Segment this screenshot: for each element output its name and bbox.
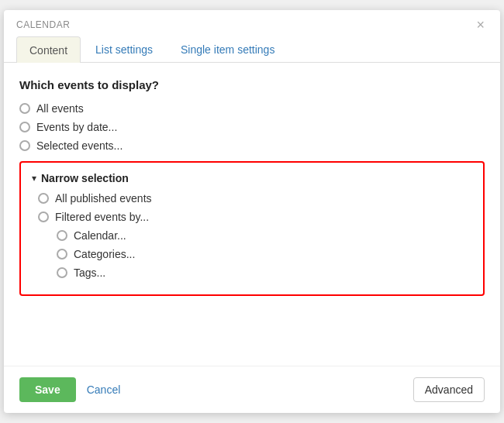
radio-label-events-by-date: Events by date... — [36, 121, 117, 133]
narrow-arrow-icon: ▾ — [32, 173, 36, 184]
radio-all-events[interactable]: All events — [19, 102, 485, 115]
radio-icon-tags — [57, 267, 67, 278]
radio-label-all-events: All events — [36, 102, 84, 115]
close-button[interactable]: × — [473, 18, 488, 32]
narrow-selection-box: ▾ Narrow selection All published events … — [19, 161, 485, 296]
radio-label-categories: Categories... — [74, 248, 135, 260]
radio-icon-filtered-events — [38, 212, 49, 222]
radio-events-by-date[interactable]: Events by date... — [19, 121, 485, 133]
radio-icon-categories — [57, 249, 67, 260]
radio-icon-calendar — [57, 230, 67, 241]
cancel-button[interactable]: Cancel — [87, 383, 121, 396]
radio-selected-events[interactable]: Selected events... — [19, 139, 485, 152]
radio-filtered-events[interactable]: Filtered events by... — [38, 211, 472, 223]
radio-label-selected-events: Selected events... — [36, 139, 123, 152]
dialog-footer: Save Cancel Advanced — [4, 366, 500, 413]
save-button[interactable]: Save — [19, 377, 76, 402]
radio-icon-all-published — [38, 193, 49, 204]
narrow-options: All published events Filtered events by.… — [32, 192, 472, 279]
radio-icon-selected-events — [19, 140, 30, 151]
radio-calendar[interactable]: Calendar... — [57, 229, 472, 242]
narrow-selection-title: Narrow selection — [41, 172, 129, 184]
dialog-body: Which events to display? All events Even… — [4, 63, 500, 366]
radio-label-filtered-events: Filtered events by... — [55, 211, 149, 223]
tab-bar: Content List settings Single item settin… — [4, 36, 500, 63]
radio-tags[interactable]: Tags... — [57, 267, 472, 279]
dialog-header: CALENDAR × — [4, 10, 500, 32]
calendar-dialog: CALENDAR × Content List settings Single … — [4, 10, 500, 413]
section-title: Which events to display? — [19, 78, 485, 91]
advanced-button[interactable]: Advanced — [413, 377, 485, 402]
radio-categories[interactable]: Categories... — [57, 248, 472, 260]
tab-single-item-settings[interactable]: Single item settings — [167, 36, 288, 62]
radio-label-calendar: Calendar... — [74, 229, 126, 242]
filter-sub-options: Calendar... Categories... Tags... — [38, 229, 472, 279]
radio-label-all-published: All published events — [55, 192, 152, 205]
narrow-selection-header[interactable]: ▾ Narrow selection — [32, 172, 472, 184]
radio-label-tags: Tags... — [74, 267, 105, 279]
radio-icon-events-by-date — [19, 122, 30, 132]
tab-content[interactable]: Content — [16, 36, 81, 63]
tab-list-settings[interactable]: List settings — [82, 36, 166, 62]
radio-icon-all-events — [19, 103, 30, 114]
dialog-title: CALENDAR — [16, 19, 70, 30]
radio-all-published[interactable]: All published events — [38, 192, 472, 205]
